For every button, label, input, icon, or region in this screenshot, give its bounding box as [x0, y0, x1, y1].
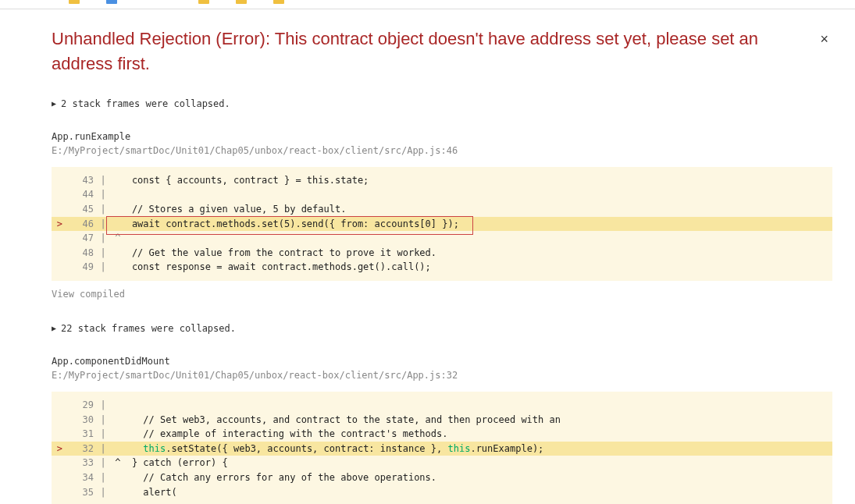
- code-snippet: 29| 30| // Set web3, accounts, and contr…: [52, 392, 832, 504]
- code-snippet: 43| const { accounts, contract } = this.…: [52, 167, 832, 281]
- highlighted-line: >46| await contract.methods.set(5).send(…: [52, 217, 832, 232]
- view-compiled-link[interactable]: View compiled: [52, 289, 833, 300]
- stack-frame-name: App.runExample: [52, 131, 833, 142]
- collapsed-frames-toggle[interactable]: ▶ 2 stack frames were collapsed.: [52, 98, 833, 109]
- collapsed-label: 2 stack frames were collapsed.: [61, 98, 230, 109]
- highlighted-line: >32| this.setState({ web3, accounts, con…: [52, 442, 832, 456]
- close-icon[interactable]: ×: [815, 28, 833, 51]
- browser-bookmark-bar: [0, 0, 855, 9]
- stack-frame-path[interactable]: E:/MyProject/smartDoc/Unit01/Chap05/unbo…: [52, 145, 833, 156]
- error-overlay: Unhandled Rejection (Error): This contra…: [0, 9, 855, 504]
- triangle-right-icon: ▶: [52, 324, 56, 332]
- collapsed-label: 22 stack frames were collapsed.: [61, 323, 236, 334]
- triangle-right-icon: ▶: [52, 99, 56, 108]
- bookmark-folder-icon[interactable]: [236, 0, 247, 4]
- collapsed-frames-toggle[interactable]: ▶ 22 stack frames were collapsed.: [52, 323, 833, 334]
- error-title: Unhandled Rejection (Error): This contra…: [52, 27, 806, 76]
- stack-frame-path[interactable]: E:/MyProject/smartDoc/Unit01/Chap05/unbo…: [52, 370, 833, 381]
- bookmark-folder-icon[interactable]: [273, 0, 284, 4]
- bookmark-ie-icon[interactable]: [106, 0, 117, 4]
- bookmark-folder-icon[interactable]: [198, 0, 209, 4]
- stack-frame-name: App.componentDidMount: [52, 356, 833, 367]
- bookmark-folder-icon[interactable]: [69, 0, 80, 4]
